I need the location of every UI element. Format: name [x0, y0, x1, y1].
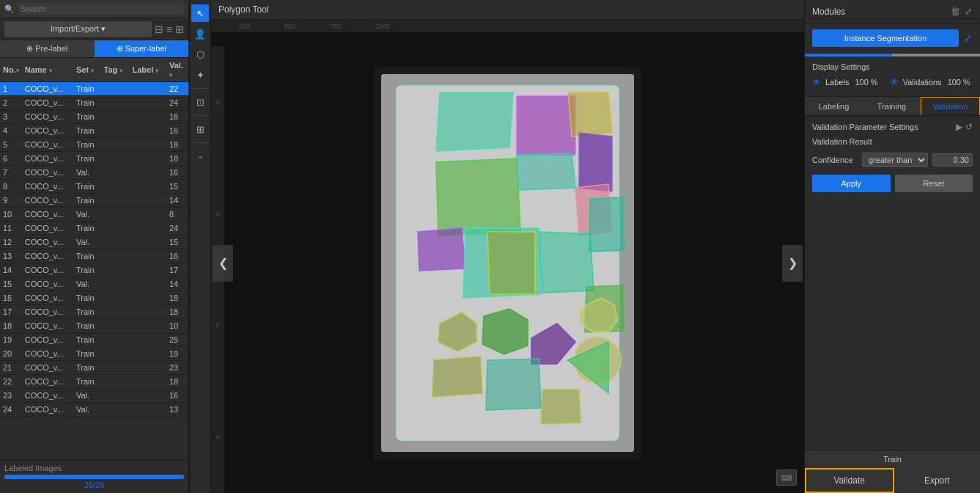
svg-marker-22: [432, 357, 482, 397]
svg-marker-6: [579, 133, 612, 191]
polygon-tool[interactable]: ⬡: [191, 45, 209, 63]
search-input[interactable]: [18, 3, 184, 15]
confidence-operator-select[interactable]: greater than: [862, 153, 928, 167]
table-row[interactable]: 6 COCO_v... Train 18: [0, 152, 188, 166]
cell-no: 6: [0, 152, 22, 166]
next-button[interactable]: ❯: [782, 245, 803, 282]
validation-result-section: Validation Result: [812, 136, 973, 147]
validation-param-label: Validation Parameter Settings: [812, 123, 918, 131]
table-row[interactable]: 5 COCO_v... Train 18: [0, 138, 188, 152]
table-row[interactable]: 18 COCO_v... Train 10: [0, 319, 188, 333]
import-export-button[interactable]: Import/Export ▾: [4, 21, 152, 37]
table-row[interactable]: 9 COCO_v... Train 14: [0, 194, 188, 208]
keyboard-icon[interactable]: ⌨: [776, 470, 797, 486]
cell-tag: [101, 194, 130, 208]
table-row[interactable]: 17 COCO_v... Train 18: [0, 305, 188, 319]
svg-marker-4: [436, 92, 513, 151]
cell-set: Train: [73, 152, 101, 166]
validate-button[interactable]: Validate: [805, 468, 894, 493]
labels-eye-icon[interactable]: 👁: [812, 77, 821, 87]
cell-label: [130, 347, 166, 361]
tab-training[interactable]: Training: [863, 97, 921, 115]
table-row[interactable]: 7 COCO_v... Val. 16: [0, 166, 188, 180]
grid-icon[interactable]: ⊞: [175, 23, 184, 35]
canvas-title: Polygon Tool: [211, 0, 804, 20]
cell-tag: [101, 124, 130, 138]
magic-wand-tool[interactable]: ✦: [191, 66, 209, 84]
cell-no: 10: [0, 208, 22, 222]
table-row[interactable]: 21 COCO_v... Train 23: [0, 361, 188, 375]
cell-name: COCO_v...: [22, 138, 73, 152]
super-label-button[interactable]: ⊕ Super-label: [95, 40, 189, 57]
col-tag[interactable]: Tag ▾: [101, 58, 130, 82]
table-row[interactable]: 3 COCO_v... Train 18: [0, 110, 188, 124]
cell-val: 18: [166, 152, 188, 166]
reset-button[interactable]: Reset: [895, 175, 973, 192]
cell-val: 24: [166, 96, 188, 110]
expand-params-icon[interactable]: ▶: [956, 122, 962, 132]
cell-label: [130, 124, 166, 138]
table-row[interactable]: 22 COCO_v... Train 18: [0, 375, 188, 389]
cell-set: Train: [73, 333, 101, 347]
cell-name: COCO_v...: [22, 389, 73, 403]
table-row[interactable]: 20 COCO_v... Train 19: [0, 347, 188, 361]
cell-tag: [101, 138, 130, 152]
cell-val: 16: [166, 249, 188, 263]
table-row[interactable]: 12 COCO_v... Val. 15: [0, 235, 188, 249]
validate-export-row: Validate Export: [805, 468, 980, 493]
table-row[interactable]: 4 COCO_v... Train 16: [0, 124, 188, 138]
cursor-tool[interactable]: ↖: [191, 4, 209, 22]
tab-labeling[interactable]: Labeling: [805, 97, 863, 115]
cell-val: 25: [166, 333, 188, 347]
list-icon[interactable]: ≡: [166, 23, 172, 35]
table-row[interactable]: 11 COCO_v... Train 24: [0, 222, 188, 235]
prev-button[interactable]: ❮: [213, 245, 233, 282]
col-val[interactable]: Val. ▾: [166, 58, 188, 82]
cell-tag: [101, 263, 130, 277]
col-set[interactable]: Set ▾: [73, 58, 101, 82]
validations-eye-icon[interactable]: 👁: [890, 77, 899, 87]
table-row[interactable]: 2 COCO_v... Train 24: [0, 96, 188, 110]
col-label[interactable]: Label ▾: [130, 58, 166, 82]
trash-icon[interactable]: 🗑: [951, 6, 960, 17]
validations-pct: 100 %: [948, 78, 970, 87]
table-row[interactable]: 24 COCO_v... Val. 13: [0, 403, 188, 417]
confidence-value-input[interactable]: [932, 153, 973, 167]
table-row[interactable]: 23 COCO_v... Val. 16: [0, 389, 188, 403]
zoom-pan-tool[interactable]: ↔: [191, 147, 209, 165]
table-row[interactable]: 13 COCO_v... Train 16: [0, 249, 188, 263]
search-icon: 🔍: [4, 4, 15, 14]
col-no[interactable]: No.▾: [0, 58, 22, 82]
cell-name: COCO_v...: [22, 291, 73, 305]
instance-seg-button[interactable]: Instance Segmentation: [812, 29, 959, 47]
brush-tool[interactable]: ⊡: [191, 93, 209, 111]
table-row[interactable]: 15 COCO_v... Val. 14: [0, 277, 188, 291]
cell-set: Train: [73, 82, 101, 96]
pre-label-button[interactable]: ⊕ Pre-label: [0, 40, 95, 57]
validation-param-row: Validation Parameter Settings ▶ ↺: [812, 122, 973, 132]
cell-tag: [101, 180, 130, 194]
progress-text: 26/26: [4, 481, 184, 489]
person-tool[interactable]: 👤: [191, 25, 209, 43]
export-button[interactable]: Export: [894, 468, 981, 493]
table-row[interactable]: 14 COCO_v... Train 17: [0, 263, 188, 277]
expand-icon[interactable]: ⤢: [965, 6, 973, 17]
cell-set: Train: [73, 194, 101, 208]
ruler-mark-2: 750: [330, 23, 375, 30]
cell-val: 13: [166, 403, 188, 417]
tab-validation[interactable]: Validation: [921, 97, 980, 115]
region-select-tool[interactable]: ⊞: [191, 120, 209, 138]
table-row[interactable]: 8 COCO_v... Train 15: [0, 180, 188, 194]
cell-label: [130, 208, 166, 222]
cell-set: Val.: [73, 208, 101, 222]
col-name[interactable]: Name ▾: [22, 58, 73, 82]
apply-button[interactable]: Apply: [812, 175, 891, 192]
reset-params-icon[interactable]: ↺: [965, 122, 973, 132]
table-row[interactable]: 1 COCO_v... Train 22: [0, 82, 188, 96]
table-row[interactable]: 16 COCO_v... Train 18: [0, 291, 188, 305]
cell-set: Val.: [73, 403, 101, 417]
filter-icon[interactable]: ⊟: [155, 23, 163, 35]
ruler-marks: 250 500 750 1000: [239, 23, 421, 30]
table-row[interactable]: 19 COCO_v... Train 25: [0, 333, 188, 347]
table-row[interactable]: 10 COCO_v... Val. 8: [0, 208, 188, 222]
